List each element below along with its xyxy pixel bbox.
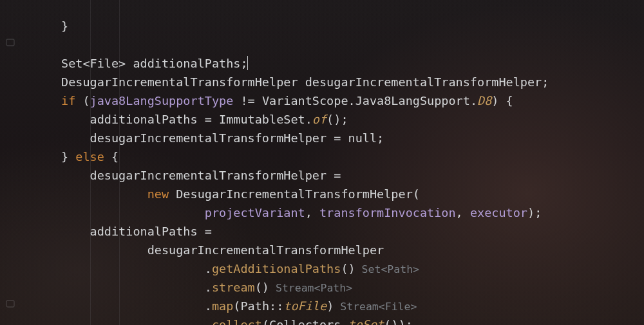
- code-editor[interactable]: }Set<File> additionalPaths;DesugarIncrem…: [0, 0, 644, 325]
- svg-rect-0: [6, 39, 14, 46]
- code-line[interactable]: desugarIncrementalTransformHelper =: [61, 166, 549, 185]
- gutter-icon: [5, 299, 15, 309]
- code-line[interactable]: .collect(Collectors.toSet());: [61, 315, 549, 325]
- inlay-hint: Stream<File>: [334, 301, 417, 313]
- svg-rect-1: [6, 301, 14, 307]
- code-line[interactable]: [61, 35, 549, 54]
- text-cursor: [247, 56, 248, 70]
- code-line[interactable]: Set<File> additionalPaths;: [61, 54, 549, 73]
- code-line[interactable]: desugarIncrementalTransformHelper: [61, 241, 549, 259]
- code-line[interactable]: DesugarIncrementalTransformHelper desuga…: [61, 73, 549, 91]
- gutter-icon: [5, 37, 15, 48]
- code-line[interactable]: .stream() Stream<Path>: [61, 278, 549, 297]
- code-line[interactable]: new DesugarIncrementalTransformHelper(: [61, 185, 549, 203]
- code-line[interactable]: additionalPaths = ImmutableSet.of();: [61, 110, 549, 129]
- code-line[interactable]: desugarIncrementalTransformHelper = null…: [61, 129, 549, 147]
- code-line[interactable]: .map(Path::toFile) Stream<File>: [61, 297, 549, 315]
- inlay-hint: Stream<Path>: [269, 282, 352, 294]
- code-line[interactable]: .getAdditionalPaths() Set<Path>: [61, 259, 549, 278]
- code-block[interactable]: }Set<File> additionalPaths;DesugarIncrem…: [61, 0, 549, 325]
- code-line[interactable]: }: [61, 17, 549, 35]
- code-line[interactable]: projectVariant, transformInvocation, exe…: [61, 203, 549, 222]
- inlay-hint: Set<Path>: [355, 263, 419, 275]
- code-line[interactable]: if (java8LangSupportType != VariantScope…: [61, 91, 549, 110]
- code-line[interactable]: additionalPaths =: [61, 222, 549, 241]
- code-line[interactable]: } else {: [61, 147, 549, 166]
